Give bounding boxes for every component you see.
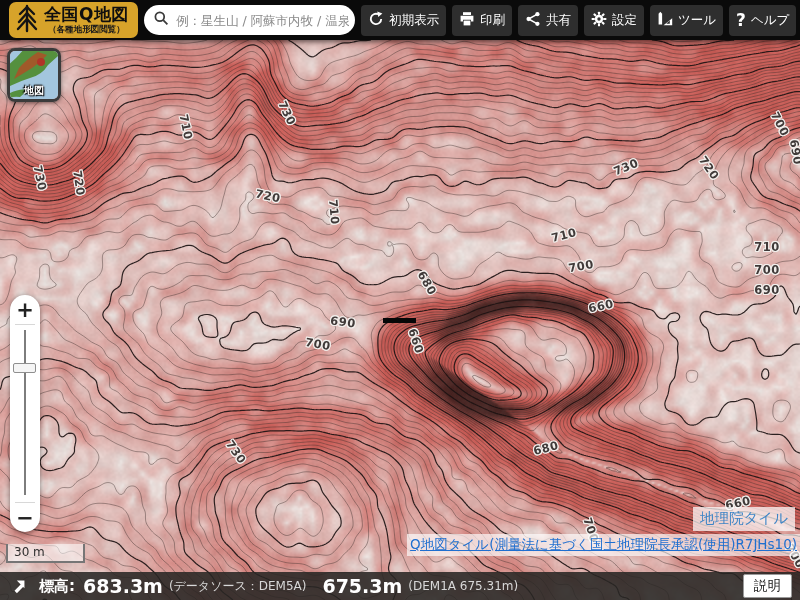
share-label: 共有 [546, 12, 571, 29]
question-mark-icon: ? [736, 12, 746, 29]
zoom-slider [10, 325, 40, 502]
minimap-toggle[interactable]: 地図 [7, 48, 61, 102]
explain-button[interactable]: 説明 [743, 574, 792, 598]
gear-icon [591, 11, 607, 30]
refresh-icon [368, 11, 384, 30]
zoom-in-button[interactable]: + [10, 295, 40, 324]
tools-button[interactable]: ツール [650, 5, 723, 36]
search-input[interactable] [174, 12, 351, 29]
reset-view-label: 初期表示 [389, 12, 439, 29]
northeast-arrow-icon [10, 578, 27, 595]
help-button[interactable]: ? ヘルプ [729, 5, 796, 36]
map-viewport[interactable]: 7307207107307207106907007307207006907107… [0, 40, 800, 600]
print-label: 印刷 [480, 12, 505, 29]
help-label: ヘルプ [751, 12, 789, 29]
elevation-source-2: (DEM1A 675.31m) [408, 579, 518, 593]
toolbar: 全国Q地図 （各種地形図閲覧） 初期表示 [0, 0, 800, 40]
search-icon [153, 10, 169, 30]
attribution-gsi: 地理院タイル [693, 507, 795, 531]
tree-logo-icon [14, 3, 40, 37]
scale-bar: 30 m [6, 544, 85, 563]
attribution-qmap-link[interactable]: Q地図タイル(測量法に基づく国土地理院長承認(使用)R7JHs10) [410, 536, 797, 552]
reset-view-button[interactable]: 初期表示 [361, 5, 446, 36]
settings-button[interactable]: 設定 [584, 5, 644, 36]
app-subtitle: （各種地形図閲覧） [48, 25, 125, 34]
elevation-cursor-marker [383, 318, 416, 323]
elevation-value-2: 675.3m [322, 575, 402, 597]
app-window: 全国Q地図 （各種地形図閲覧） 初期表示 [0, 0, 800, 600]
zoom-slider-track[interactable] [24, 330, 26, 495]
share-button[interactable]: 共有 [518, 5, 578, 36]
zoom-control: + − [10, 295, 40, 532]
app-logo[interactable]: 全国Q地図 （各種地形図閲覧） [9, 2, 138, 38]
printer-icon [459, 11, 475, 30]
attribution-qmap: Q地図タイル(測量法に基づく国土地理院長承認(使用)R7JHs10) [407, 534, 800, 556]
tools-icon [657, 11, 673, 30]
elevation-value: 683.3m [83, 575, 163, 597]
tools-label: ツール [678, 12, 716, 29]
attribution-gsi-link[interactable]: 地理院タイル [700, 510, 788, 526]
minimap-label: 地図 [24, 84, 44, 98]
zoom-out-button[interactable]: − [10, 503, 40, 532]
settings-label: 設定 [612, 12, 637, 29]
app-title: 全国Q地図 [44, 6, 129, 23]
status-bar: 標高: 683.3m (データソース：DEM5A) 675.3m (DEM1A … [0, 572, 800, 600]
print-button[interactable]: 印刷 [452, 5, 512, 36]
elevation-label: 標高: [39, 577, 75, 596]
search-box[interactable] [144, 5, 355, 35]
zoom-slider-handle[interactable] [13, 363, 36, 373]
share-icon [525, 11, 541, 30]
elevation-source: (データソース：DEM5A) [169, 578, 307, 595]
